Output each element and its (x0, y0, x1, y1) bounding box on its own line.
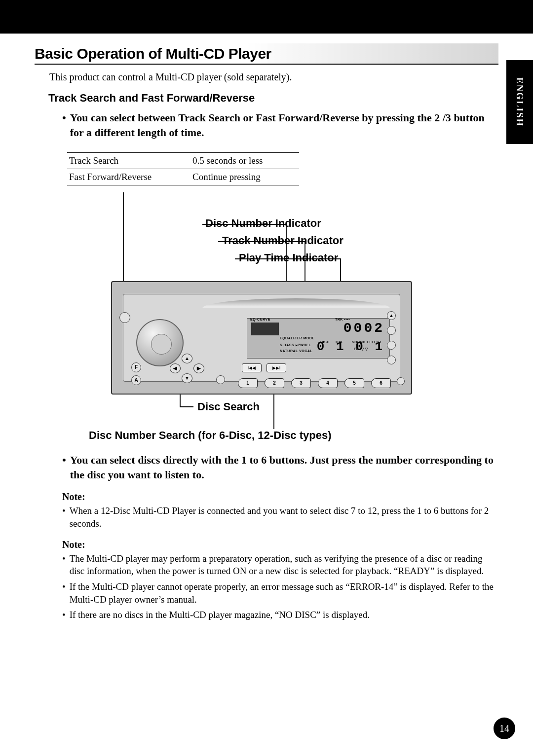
preset-button-6: 6 (371, 378, 391, 388)
play-time-readout: 0002 (343, 321, 384, 336)
bullet-icon: • (62, 552, 66, 577)
natural-vocal-label: NATURAL VOCAL (280, 349, 312, 353)
callout-play-time-indicator: Play Time Indicator (239, 252, 338, 264)
device-faceplate: ▲ ◀ ▶ ▼ F A EQ-CURVE EQUALIZER MODE S.BA… (123, 294, 400, 382)
note-text: If there are no discs in the Multi-CD pl… (70, 609, 370, 621)
preset-button-2: 2 (265, 378, 284, 388)
bullet-icon: • (62, 110, 66, 141)
volume-knob (136, 319, 184, 366)
callout-disc-number-indicator: Disc Number Indicator (205, 217, 321, 230)
language-tab-label: ENGLISH (514, 77, 525, 127)
prev-track-button: I◀◀ (242, 363, 262, 372)
preset-button-5: 5 (344, 378, 364, 388)
table-cell: 0.5 seconds or less (190, 152, 299, 169)
table-cell: Fast Forward/Reverse (67, 169, 190, 185)
table-row: Fast Forward/Reverse Continue pressing (67, 169, 299, 185)
table-cell: Continue pressing (190, 169, 299, 185)
note-bullet: • If there are no discs in the Multi-CD … (62, 609, 498, 621)
timing-table: Track Search 0.5 seconds or less Fast Fo… (67, 152, 299, 185)
down-button: ▼ (182, 373, 192, 383)
preset-button-1: 1 (238, 378, 258, 388)
note-bullet: • If the Multi-CD player cannot operate … (62, 580, 498, 606)
side-button-1 (387, 326, 396, 335)
aux-button (216, 375, 225, 384)
note-text: If the Multi-CD player cannot operate pr… (70, 580, 498, 606)
device-diagram: Disc Number Indicator Track Number Indic… (79, 192, 454, 444)
instruction-track-search: • You can select between Track Search or… (62, 110, 498, 141)
preset-button-4: 4 (318, 378, 338, 388)
language-tab: ENGLISH (506, 60, 533, 144)
bullet-icon: • (62, 609, 66, 621)
bullet-icon: • (62, 504, 66, 530)
next-track-button: ▶▶I (266, 363, 286, 372)
subheading-track-search: Track Search and Fast Forward/Reverse (48, 92, 498, 105)
instruction-button-ref: 2 /3 (434, 111, 451, 124)
lcd-display: EQ-CURVE EQUALIZER MODE S.BASS ▸PWRFL NA… (247, 318, 390, 359)
up-button: ▲ (182, 354, 192, 363)
bullet-icon: • (62, 580, 66, 606)
intro-text: This product can control a Multi-CD play… (49, 72, 498, 83)
bullet-icon: • (62, 453, 66, 483)
equalizer-mode-label: EQUALIZER MODE (280, 336, 314, 340)
note-label: Note: (62, 491, 498, 503)
device-top-bezel (202, 298, 390, 308)
callout-disc-search: Disc Search (197, 400, 260, 413)
side-button-3 (387, 356, 396, 364)
preset-button-3: 3 (291, 378, 311, 388)
disc-track-readout: 0 1 0 1 (317, 339, 384, 354)
eq-curve-label: EQ-CURVE (250, 318, 270, 321)
right-button: ▶ (193, 363, 204, 373)
page-title: Basic Operation of Multi-CD Player (35, 43, 498, 65)
table-row: Track Search 0.5 seconds or less (67, 152, 299, 169)
page-number: 14 (494, 718, 515, 739)
eq-curve-block (251, 323, 279, 335)
side-button-2 (387, 341, 396, 350)
callout-disc-number-search: Disc Number Search (for 6-Disc, 12-Disc … (89, 429, 332, 442)
note-bullet: • When a 12-Disc Multi-CD Player is conn… (62, 504, 498, 530)
table-cell: Track Search (67, 152, 190, 169)
page-content: Basic Operation of Multi-CD Player This … (0, 34, 533, 621)
device-body: ▲ ◀ ▶ ▼ F A EQ-CURVE EQUALIZER MODE S.BA… (111, 281, 412, 395)
note-label: Note: (62, 539, 498, 550)
seek-buttons: I◀◀ ▶▶I (242, 363, 286, 372)
preset-end-button (397, 377, 405, 385)
callout-track-number-indicator: Track Number Indicator (222, 234, 343, 247)
instruction-disc-select: • You can select discs directly with the… (62, 453, 498, 483)
knob-dot (119, 312, 130, 323)
f-button: F (131, 362, 141, 372)
eject-button: ▲ (387, 311, 396, 320)
note-text: When a 12-Disc Multi-CD Player is connec… (70, 504, 498, 530)
right-button-column: ▲ (387, 311, 396, 364)
note-bullet: • The Multi-CD player may perform a prep… (62, 552, 498, 577)
preset-buttons-row: 1 2 3 4 5 6 (238, 378, 391, 388)
instruction-disc-select-text: You can select discs directly with the 1… (70, 453, 498, 483)
instruction-part-1: You can select between Track Search or F… (70, 111, 435, 124)
sbass-label: S.BASS ▸PWRFL (280, 343, 311, 347)
left-button: ◀ (170, 363, 181, 373)
header-black-bar (0, 0, 533, 34)
note-text: The Multi-CD player may perform a prepar… (70, 552, 498, 577)
a-button: A (131, 375, 141, 385)
